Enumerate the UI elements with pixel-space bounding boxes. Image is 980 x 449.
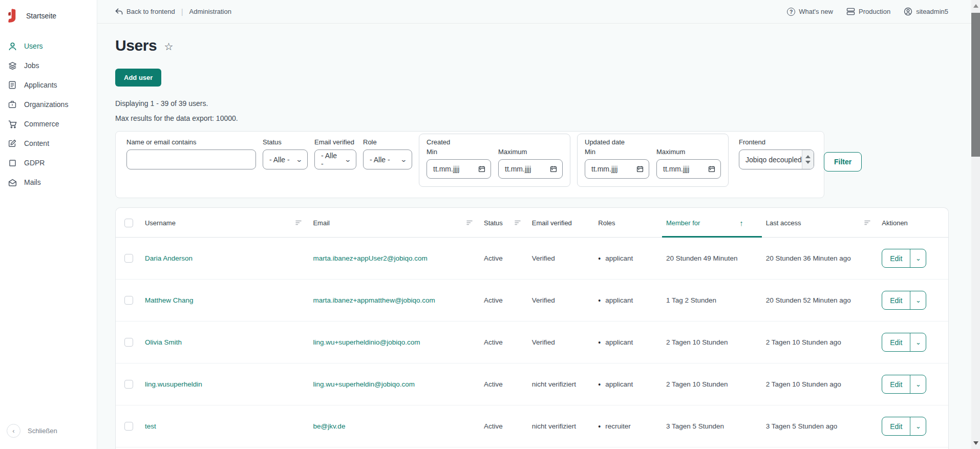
chevron-down-icon[interactable]: ⌄ (910, 375, 926, 393)
calendar-icon[interactable] (478, 165, 485, 173)
row-checkbox[interactable] (124, 338, 133, 347)
column-header-status[interactable]: Status (480, 208, 528, 238)
sort-icon[interactable] (864, 220, 870, 225)
chevron-down-icon[interactable]: ⌄ (910, 249, 926, 267)
pencil-square-icon (7, 138, 17, 148)
member-for-cell: 20 Stunden 49 Minuten (662, 238, 762, 280)
frontend-filter-input[interactable]: Jobiqo decoupled (739, 149, 814, 169)
question-icon: ? (787, 8, 795, 16)
users-table: Username Email Status Email verified Rol… (115, 207, 949, 449)
updated-min-label: Min (585, 148, 649, 156)
chevron-down-icon[interactable]: ⌄ (910, 291, 926, 309)
updated-min-date-input[interactable]: tt.mm.jjjj (585, 159, 649, 179)
column-header-email[interactable]: Email (309, 208, 480, 238)
sidebar-item-users[interactable]: Users (0, 36, 97, 56)
brand[interactable]: Startseite (0, 0, 97, 30)
email-link[interactable]: ling.wu+superheldinio@jobiqo.com (313, 338, 420, 346)
calendar-icon[interactable] (550, 165, 557, 173)
cart-icon (7, 119, 17, 129)
sidebar-item-jobs[interactable]: Jobs (0, 56, 97, 75)
sidebar-item-content[interactable]: Content (0, 134, 97, 153)
column-header-last-access[interactable]: Last access (762, 208, 878, 238)
scrollbar-thumb[interactable] (971, 13, 980, 157)
vertical-scrollbar[interactable] (971, 0, 980, 449)
email-verified-cell: nicht verifiziert (528, 364, 594, 405)
sidebar-item-label: GDPR (24, 159, 45, 167)
table-row: test be@jkv.de Active nicht verifiziert … (116, 405, 948, 447)
status-filter-label: Status (263, 138, 308, 146)
column-header-roles[interactable]: Roles (594, 208, 662, 238)
favorite-star-icon[interactable]: ☆ (164, 40, 173, 53)
sidebar-collapse[interactable]: ‹ Schließen (0, 416, 97, 449)
chevron-down-icon: ⌄ (344, 156, 351, 163)
user-menu[interactable]: siteadmin5 (904, 7, 948, 16)
created-min-date-input[interactable]: tt.mm.jjjj (427, 159, 491, 179)
sidebar-item-gdpr[interactable]: GDPR (0, 153, 97, 173)
chevron-down-icon: ⌄ (295, 156, 303, 163)
last-access-cell: 2 Tagen 10 Stunden ago (762, 364, 878, 405)
column-header-username[interactable]: Username (141, 208, 309, 238)
scroll-down-icon[interactable] (971, 439, 980, 447)
edit-button[interactable]: Edit (882, 249, 910, 267)
sidebar-item-label: Mails (24, 178, 41, 186)
email-link[interactable]: be@jkv.de (313, 422, 345, 430)
email-verified-cell: Verified (528, 238, 594, 280)
sort-ascending-icon[interactable]: ↑ (739, 218, 743, 227)
role-filter-select[interactable]: - Alle - ⌄ (363, 149, 412, 169)
created-max-date-input[interactable]: tt.mm.jjjj (498, 159, 563, 179)
row-checkbox[interactable] (124, 380, 133, 389)
sidebar-item-label: Content (24, 139, 49, 147)
spinner-down-icon[interactable] (805, 161, 811, 164)
sort-icon[interactable] (295, 220, 302, 225)
updated-legend: Updated date (585, 138, 721, 146)
username-link[interactable]: test (145, 422, 156, 430)
sidebar-item-label: Users (24, 42, 43, 50)
chevron-down-icon[interactable]: ⌄ (910, 333, 926, 351)
chevron-left-icon[interactable]: ‹ (7, 424, 20, 438)
username-link[interactable]: Matthew Chang (145, 296, 194, 304)
column-header-email-verified[interactable]: Email verified (528, 208, 594, 238)
sidebar-item-mails[interactable]: Mails (0, 173, 97, 192)
calendar-icon[interactable] (708, 165, 715, 173)
username-link[interactable]: Daria Anderson (145, 254, 193, 262)
environment-indicator[interactable]: Production (846, 8, 890, 15)
name-filter-input[interactable] (126, 149, 256, 169)
username-link[interactable]: Olivia Smith (145, 338, 182, 346)
chevron-down-icon[interactable]: ⌄ (910, 417, 926, 435)
email-verified-filter-select[interactable]: - Alle - ⌄ (314, 149, 356, 169)
spinner-up-icon[interactable] (805, 155, 811, 158)
created-legend: Created (427, 138, 563, 146)
column-header-member-for[interactable]: Member for ↑ (662, 208, 762, 238)
edit-button[interactable]: Edit (882, 291, 910, 309)
add-user-button[interactable]: Add user (115, 69, 161, 87)
spinner-control[interactable] (802, 150, 814, 169)
row-checkbox[interactable] (124, 254, 133, 263)
edit-button[interactable]: Edit (882, 417, 910, 435)
scroll-up-icon[interactable] (971, 2, 980, 10)
sidebar-item-organizations[interactable]: Organizations (0, 95, 97, 114)
filter-button[interactable]: Filter (824, 152, 862, 172)
button-divider (910, 291, 910, 309)
whats-new-link[interactable]: ? What's new (787, 8, 833, 16)
username-link[interactable]: ling.wusuperheldin (145, 380, 202, 388)
sidebar-item-applicants[interactable]: Applicants (0, 75, 97, 95)
sidebar-item-commerce[interactable]: Commerce (0, 114, 97, 134)
status-cell: Active (480, 280, 528, 322)
page-content: Users ☆ Add user Displaying 1 - 39 of 39… (97, 24, 971, 449)
edit-button[interactable]: Edit (882, 333, 910, 351)
calendar-icon[interactable] (636, 165, 644, 173)
roles-cell: •recruiter (594, 405, 662, 447)
email-link[interactable]: marta.ibanez+appmatthew@jobiqo.com (313, 296, 435, 304)
status-filter-select[interactable]: - Alle - ⌄ (263, 149, 308, 169)
edit-button[interactable]: Edit (882, 375, 910, 393)
email-link[interactable]: marta.ibanez+appUser2@jobiqo.com (313, 254, 427, 262)
roles-cell: •applicant (594, 364, 662, 405)
sort-icon[interactable] (466, 220, 473, 225)
row-checkbox[interactable] (124, 296, 133, 305)
sort-icon[interactable] (515, 220, 521, 225)
select-all-checkbox[interactable] (124, 219, 133, 227)
back-to-frontend-link[interactable]: Back to frontend (115, 8, 175, 15)
row-checkbox[interactable] (124, 422, 133, 431)
updated-max-date-input[interactable]: tt.mm.jjjj (656, 159, 721, 179)
email-link[interactable]: ling.wu+superheldin@jobiqo.com (313, 380, 415, 388)
